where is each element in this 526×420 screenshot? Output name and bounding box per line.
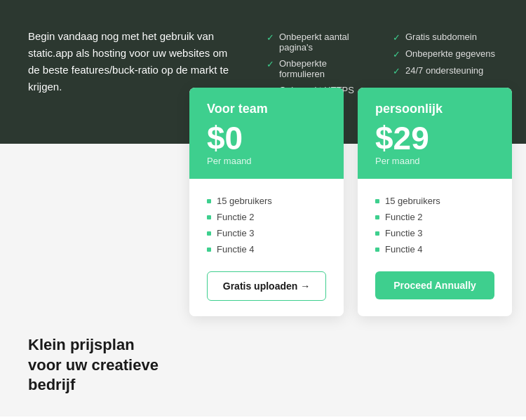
card-body-personal: 15 gebruikers Functie 2 Functie 3 Functi… [358,179,512,315]
feature-label: 24/7 ondersteuning [405,65,483,76]
card-price-personal: $29 [375,122,494,154]
bullet-icon [207,248,211,252]
card-header-team: Voor team $0 Per maand [189,88,344,179]
feature-item: ✓24/7 ondersteuning [393,65,498,76]
card-body-team: 15 gebruikers Functie 2 Functie 3 Functi… [189,179,344,316]
bottom-section: Klein prijsplan voor uw creatieve bedrij… [0,144,526,416]
feature-list-item: Functie 4 [207,241,326,257]
feature-text: Functie 4 [217,244,254,255]
card-price-team: $0 [207,122,326,154]
bullet-icon [207,199,211,203]
card-period-team: Per maand [207,156,326,166]
hero-description: Begin vandaag nog met het gebruik van st… [28,28,238,95]
check-icon: ✓ [267,32,274,43]
feature-text: Functie 3 [385,228,422,238]
card-header-personal: persoonlijk $29 Per maand [358,88,512,179]
pricing-card-personal: persoonlijk $29 Per maand 15 gebruikers … [358,88,512,316]
bullet-icon [375,231,379,236]
bullet-icon [375,199,379,203]
check-icon: ✓ [393,66,400,76]
feature-list-item: 15 gebruikers [375,193,494,209]
feature-list-item: Functie 3 [375,225,494,241]
cards-container: Voor team $0 Per maand 15 gebruikers Fun… [189,88,512,316]
bullet-icon [207,215,211,219]
feature-item: ✓Onbeperkt aantal pagina's [267,32,372,53]
feature-label: Onbeperkt aantal pagina's [279,32,372,53]
feature-text: Functie 2 [385,212,422,222]
feature-label: Onbeperkte gegevens [405,48,495,59]
card-period-personal: Per maand [375,156,494,166]
card-title-personal: persoonlijk [375,102,494,116]
card-button-team[interactable]: Gratis uploaden → [207,271,326,301]
feature-label: Gratis subdomein [405,32,477,42]
feature-text: 15 gebruikers [217,196,272,206]
bullet-icon [207,231,211,236]
bullet-icon [375,215,379,219]
feature-text: Functie 3 [217,228,254,238]
feature-item: ✓Onbeperkte formulieren [267,58,372,79]
feature-list-item: Functie 4 [375,241,494,257]
feature-list-item: Functie 2 [375,209,494,225]
feature-list-item: Functie 2 [207,209,326,225]
bottom-tagline: Klein prijsplan voor uw creatieve bedrij… [28,335,168,395]
card-title-team: Voor team [207,102,326,116]
feature-item: ✓Gratis subdomein [393,32,498,43]
feature-text: Functie 4 [385,244,422,255]
feature-list-item: Functie 3 [207,225,326,241]
check-icon: ✓ [393,49,400,60]
top-left: Begin vandaag nog met het gebruik van st… [28,28,238,95]
feature-label: Onbeperkte formulieren [279,58,372,79]
feature-list-team: 15 gebruikers Functie 2 Functie 3 Functi… [207,193,326,257]
bottom-left: Klein prijsplan voor uw creatieve bedrij… [0,144,189,416]
feature-text: Functie 2 [217,212,254,222]
check-icon: ✓ [267,59,274,69]
feature-text: 15 gebruikers [385,196,440,206]
check-icon: ✓ [393,32,400,43]
pricing-card-team: Voor team $0 Per maand 15 gebruikers Fun… [189,88,344,316]
card-button-personal[interactable]: Proceed Annually [375,271,494,299]
feature-list-personal: 15 gebruikers Functie 2 Functie 3 Functi… [375,193,494,257]
feature-item: ✓Onbeperkte gegevens [393,48,498,60]
bullet-icon [375,248,379,252]
feature-list-item: 15 gebruikers [207,193,326,209]
